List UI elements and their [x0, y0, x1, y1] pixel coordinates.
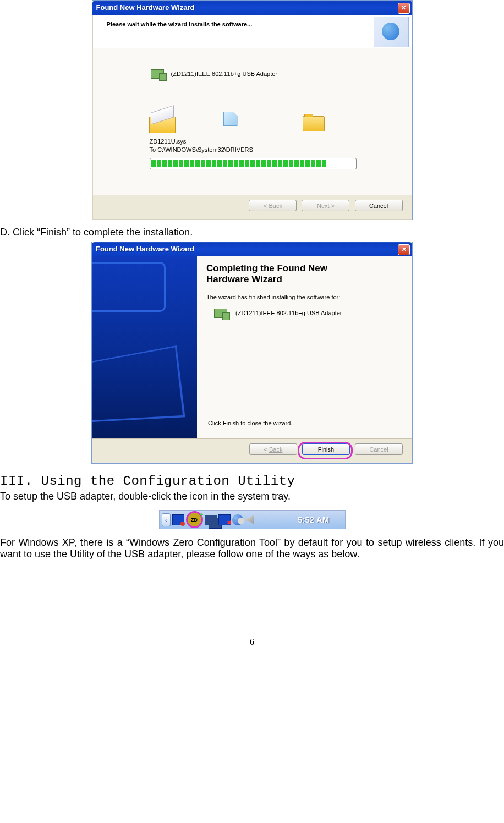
complete-subtext: The wizard has finished installing the s…: [206, 294, 340, 300]
tray-monitor-icon[interactable]: [172, 514, 184, 525]
cancel-button[interactable]: Cancel: [355, 200, 403, 211]
next-button: Next >: [302, 200, 349, 211]
folder-icon: [303, 116, 325, 131]
header-text: Please wait while the wizard installs th…: [107, 21, 253, 28]
wizard-side-graphic: [92, 256, 197, 439]
install-progress-dialog: Found New Hardware Wizard ✕ Please wait …: [92, 0, 413, 220]
finish-dialog: Found New Hardware Wizard ✕ Completing t…: [91, 242, 413, 464]
windows-zero-text: For Windows XP, there is a “Windows Zero…: [0, 537, 504, 560]
system-tray: ‹ ZD+ 5:52 AM: [159, 510, 346, 529]
cancel-button: Cancel: [355, 443, 403, 455]
tray-network-monitors-icon[interactable]: [205, 515, 217, 525]
dialog-header: Please wait while the wizard installs th…: [93, 15, 412, 48]
complete-heading: Completing the Found New Hardware Wizard: [206, 263, 349, 285]
button-row: < Back Finish Cancel: [92, 438, 412, 463]
button-row: < Back Next > Cancel: [93, 195, 412, 219]
close-icon[interactable]: ✕: [398, 244, 410, 255]
copy-destination: To C:\WINDOWS\System32\DRIVERS: [150, 146, 253, 153]
dialog-titlebar[interactable]: Found New Hardware Wizard ✕: [92, 242, 412, 256]
dialog-titlebar[interactable]: Found New Hardware Wizard ✕: [92, 1, 412, 15]
device-icon: [151, 69, 167, 81]
tray-zd-utility-icon[interactable]: ZD+: [186, 511, 203, 528]
device-label: (ZD1211)IEEE 802.11b+g USB Adapter: [235, 310, 342, 316]
document-icon: [223, 112, 238, 126]
page-number: 6: [0, 637, 504, 647]
tray-network-disconnected-icon[interactable]: [218, 514, 231, 525]
device-label: (ZD1211)IEEE 802.11b+g USB Adapter: [171, 70, 278, 77]
device-icon: [214, 309, 230, 320]
progress-bar: [150, 158, 357, 169]
back-button: < Back: [249, 200, 297, 211]
close-tip: Click Finish to close the wizard.: [208, 420, 292, 426]
tray-clock[interactable]: 5:52 AM: [282, 511, 345, 529]
section-3-title: III. Using the Configuration Utility: [0, 474, 504, 489]
finish-button[interactable]: Finish: [302, 443, 350, 455]
close-icon[interactable]: ✕: [398, 3, 410, 14]
envelope-icon: [149, 111, 179, 132]
dialog-title: Found New Hardware Wizard: [96, 3, 195, 12]
dialog-title: Found New Hardware Wizard: [96, 245, 194, 253]
step-d-text: D. Click “Finish” to complete the instal…: [0, 227, 504, 238]
copy-file-name: ZD1211U.sys: [150, 138, 187, 145]
tray-globe-icon[interactable]: [232, 514, 243, 525]
section-3-intro: To setup the USB adapter, double-click t…: [0, 491, 504, 502]
back-button: < Back: [249, 443, 297, 455]
tray-volume-icon[interactable]: [245, 515, 254, 524]
header-graphic-icon: [374, 17, 409, 47]
tray-expand-icon[interactable]: ‹: [162, 513, 171, 526]
